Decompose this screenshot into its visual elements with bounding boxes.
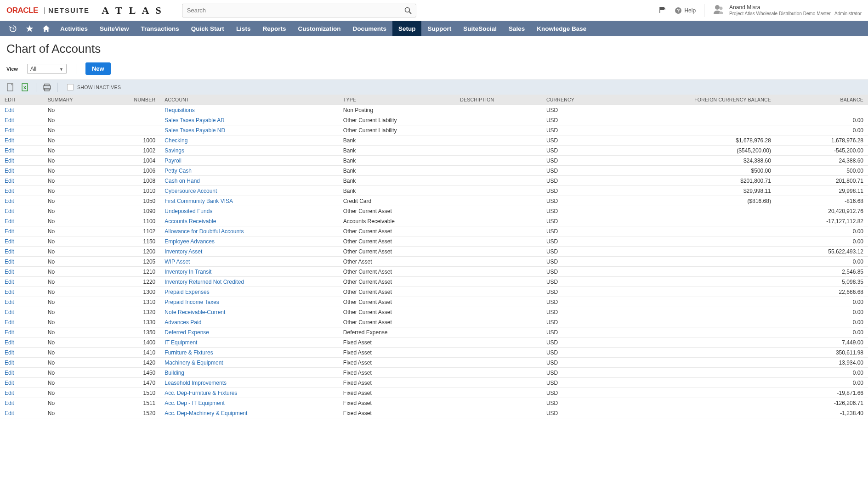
edit-link[interactable]: Edit bbox=[5, 117, 14, 124]
account-link[interactable]: Cybersource Account bbox=[165, 188, 217, 194]
home-icon[interactable] bbox=[38, 21, 54, 36]
account-link[interactable]: Acc. Dep-Machinery & Equipment bbox=[165, 410, 247, 416]
account-link[interactable]: Furniture & Fixtures bbox=[165, 349, 213, 356]
account-link[interactable]: WIP Asset bbox=[165, 259, 190, 265]
th-account[interactable]: ACCOUNT bbox=[160, 95, 339, 105]
account-link[interactable]: Payroll bbox=[165, 157, 182, 164]
edit-link[interactable]: Edit bbox=[5, 410, 14, 416]
account-link[interactable]: Prepaid Expenses bbox=[165, 289, 209, 295]
nav-item-transactions[interactable]: Transactions bbox=[135, 21, 185, 36]
th-currency[interactable]: CURRENCY bbox=[542, 95, 652, 105]
nav-item-customization[interactable]: Customization bbox=[292, 21, 346, 36]
account-link[interactable]: Cash on Hand bbox=[165, 178, 200, 184]
edit-link[interactable]: Edit bbox=[5, 360, 14, 366]
th-number[interactable]: NUMBER bbox=[111, 95, 160, 105]
th-balance[interactable]: BALANCE bbox=[776, 95, 868, 105]
account-link[interactable]: Petty Cash bbox=[165, 168, 192, 174]
account-link[interactable]: Undeposited Funds bbox=[165, 208, 212, 214]
export-excel-icon[interactable]: X bbox=[21, 83, 29, 91]
account-link[interactable]: Inventory Returned Not Credited bbox=[165, 279, 244, 285]
edit-link[interactable]: Edit bbox=[5, 339, 14, 346]
account-link[interactable]: IT Equipment bbox=[165, 339, 197, 346]
edit-link[interactable]: Edit bbox=[5, 188, 14, 194]
edit-link[interactable]: Edit bbox=[5, 238, 14, 245]
edit-link[interactable]: Edit bbox=[5, 228, 14, 235]
nav-item-setup[interactable]: Setup bbox=[392, 21, 422, 36]
show-inactives-checkbox[interactable] bbox=[67, 84, 74, 90]
history-icon[interactable] bbox=[5, 21, 21, 36]
nav-item-lists[interactable]: Lists bbox=[230, 21, 257, 36]
nav-item-documents[interactable]: Documents bbox=[346, 21, 392, 36]
th-description[interactable]: DESCRIPTION bbox=[455, 95, 542, 105]
account-link[interactable]: Inventory Asset bbox=[165, 248, 202, 255]
user-block[interactable]: Anand Misra Project Atlas Wholesale Dist… bbox=[704, 4, 862, 17]
th-edit[interactable]: EDIT bbox=[0, 95, 43, 105]
edit-link[interactable]: Edit bbox=[5, 157, 14, 164]
edit-link[interactable]: Edit bbox=[5, 218, 14, 225]
edit-link[interactable]: Edit bbox=[5, 147, 14, 154]
edit-link[interactable]: Edit bbox=[5, 248, 14, 255]
table-row: EditNo1004PayrollBankUSD$24,388.6024,388… bbox=[0, 156, 868, 166]
edit-link[interactable]: Edit bbox=[5, 127, 14, 134]
edit-link[interactable]: Edit bbox=[5, 269, 14, 275]
nav-item-reports[interactable]: Reports bbox=[256, 21, 292, 36]
view-select[interactable]: All ▼ bbox=[27, 64, 67, 74]
edit-link[interactable]: Edit bbox=[5, 198, 14, 204]
edit-link[interactable]: Edit bbox=[5, 400, 14, 406]
help-button[interactable]: ? Help bbox=[675, 7, 696, 14]
account-link[interactable]: Allowance for Doubtful Accounts bbox=[165, 228, 244, 235]
nav-item-activities[interactable]: Activities bbox=[54, 21, 94, 36]
edit-link[interactable]: Edit bbox=[5, 380, 14, 386]
account-link[interactable]: Sales Taxes Payable ND bbox=[165, 127, 225, 134]
account-link[interactable]: Advances Paid bbox=[165, 319, 201, 326]
edit-link[interactable]: Edit bbox=[5, 329, 14, 336]
nav-item-quick-start[interactable]: Quick Start bbox=[185, 21, 230, 36]
account-link[interactable]: Building bbox=[165, 370, 184, 376]
nav-item-suiteview[interactable]: SuiteView bbox=[94, 21, 135, 36]
controls-row: View All ▼ New bbox=[0, 61, 868, 79]
account-link[interactable]: Note Receivable-Current bbox=[165, 309, 225, 315]
nav-item-support[interactable]: Support bbox=[421, 21, 457, 36]
edit-link[interactable]: Edit bbox=[5, 107, 14, 113]
edit-link[interactable]: Edit bbox=[5, 178, 14, 184]
account-link[interactable]: Acc. Dep - IT Equipment bbox=[165, 400, 225, 406]
edit-link[interactable]: Edit bbox=[5, 289, 14, 295]
nav-item-knowledge-base[interactable]: Knowledge Base bbox=[531, 21, 592, 36]
edit-link[interactable]: Edit bbox=[5, 259, 14, 265]
search-input[interactable] bbox=[182, 4, 416, 17]
edit-link[interactable]: Edit bbox=[5, 279, 14, 285]
account-link[interactable]: Sales Taxes Payable AR bbox=[165, 117, 225, 124]
account-link[interactable]: Leasehold Improvements bbox=[165, 380, 227, 386]
account-link[interactable]: Requisitions bbox=[165, 107, 194, 113]
edit-link[interactable]: Edit bbox=[5, 370, 14, 376]
star-icon[interactable] bbox=[21, 21, 38, 36]
account-link[interactable]: Savings bbox=[165, 147, 184, 154]
account-link[interactable]: Checking bbox=[165, 137, 187, 144]
account-link[interactable]: Inventory In Transit bbox=[165, 269, 211, 275]
edit-link[interactable]: Edit bbox=[5, 299, 14, 305]
edit-link[interactable]: Edit bbox=[5, 168, 14, 174]
edit-link[interactable]: Edit bbox=[5, 390, 14, 396]
nav-item-suitesocial[interactable]: SuiteSocial bbox=[457, 21, 503, 36]
edit-link[interactable]: Edit bbox=[5, 319, 14, 326]
account-link[interactable]: Accounts Receivable bbox=[165, 218, 216, 225]
account-link[interactable]: Employee Advances bbox=[165, 238, 215, 245]
export-csv-icon[interactable] bbox=[6, 83, 15, 91]
th-fcb[interactable]: FOREIGN CURRENCY BALANCE bbox=[652, 95, 776, 105]
new-button[interactable]: New bbox=[85, 62, 111, 75]
edit-link[interactable]: Edit bbox=[5, 349, 14, 356]
edit-link[interactable]: Edit bbox=[5, 137, 14, 144]
account-link[interactable]: First Community Bank VISA bbox=[165, 198, 233, 204]
account-link[interactable]: Prepaid Income Taxes bbox=[165, 299, 219, 305]
print-icon[interactable] bbox=[43, 83, 51, 91]
th-summary[interactable]: SUMMARY bbox=[43, 95, 111, 105]
edit-link[interactable]: Edit bbox=[5, 309, 14, 315]
flag-icon[interactable] bbox=[659, 6, 666, 15]
account-link[interactable]: Deferred Expense bbox=[165, 329, 209, 336]
nav-item-sales[interactable]: Sales bbox=[503, 21, 531, 36]
edit-link[interactable]: Edit bbox=[5, 208, 14, 214]
account-link[interactable]: Machinery & Equipment bbox=[165, 360, 223, 366]
account-link[interactable]: Acc. Dep-Furniture & Fixtures bbox=[165, 390, 237, 396]
th-type[interactable]: TYPE bbox=[339, 95, 456, 105]
search-icon[interactable] bbox=[404, 7, 412, 16]
